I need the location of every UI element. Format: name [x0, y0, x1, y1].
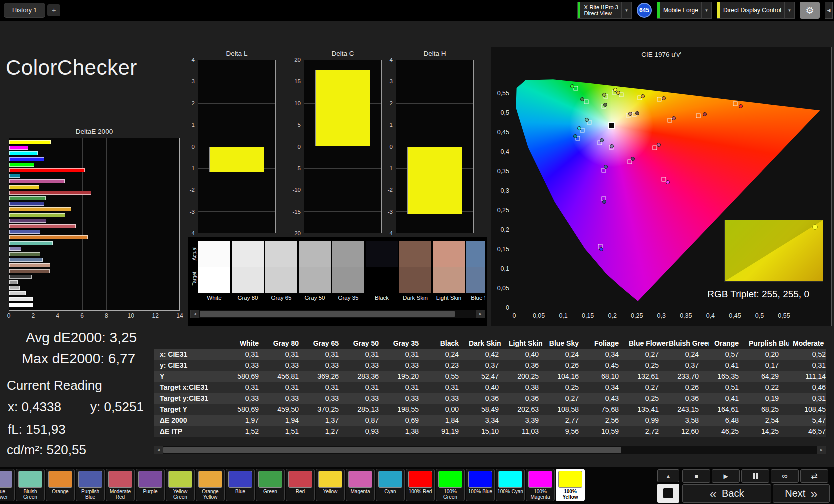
patch-button-label: 100% Blue	[468, 489, 492, 500]
color-swatch: Gray 65	[266, 241, 298, 305]
patch-button-magenta[interactable]: Magenta	[346, 469, 375, 502]
patch-button-bluish-green[interactable]: Bluish Green	[16, 469, 45, 502]
cell: 104,16	[549, 371, 589, 382]
color-swatch: Black	[366, 241, 398, 305]
delta-bar	[408, 147, 463, 215]
table-row: ΔE ITP1,521,511,270,931,3891,1915,1011,0…	[154, 426, 826, 437]
continuous-read-button[interactable]: ∞	[771, 470, 799, 483]
pattern-source-dropdown[interactable]: Mobile Forge ▼	[657, 2, 712, 19]
axis-tick-label: 4	[56, 312, 60, 320]
cell: 0,25	[629, 393, 669, 404]
deltae-bar	[10, 140, 51, 144]
history-tab[interactable]: History 1	[4, 3, 46, 18]
cell: 165,35	[709, 371, 749, 382]
pattern-window-button[interactable]	[658, 484, 680, 503]
cell: 0,93	[349, 426, 389, 437]
cell: 0,33	[309, 360, 349, 371]
patch-color-swatch	[0, 471, 12, 488]
back-button[interactable]: « Back	[682, 484, 772, 503]
deltae-bar	[10, 270, 50, 274]
patch-button-yellow[interactable]: Yellow	[316, 469, 345, 502]
selected-target-point	[608, 122, 615, 129]
deltae-2000-chart: DeltaE 2000 02468101214	[9, 128, 180, 322]
color-swatch: Light Skin	[433, 241, 465, 305]
expand-patterns-button[interactable]: ▲	[658, 470, 680, 482]
patch-button-label: 100% Cyan	[498, 489, 524, 500]
deltae-bar	[10, 286, 20, 290]
gridline	[304, 147, 382, 148]
swatch-label: Light Skin	[433, 295, 465, 301]
scroll-left-button[interactable]: ◄	[191, 310, 200, 318]
axis-tick-label: 3	[192, 78, 195, 84]
patch-button-100-cyan[interactable]: 100% Cyan	[496, 469, 525, 502]
cell: 0,31	[309, 349, 349, 360]
cell: 369,26	[309, 371, 349, 382]
scroll-right-button[interactable]: ►	[818, 446, 826, 454]
cell: 0,87	[349, 415, 389, 426]
patch-button-100-red[interactable]: 100% Red	[406, 469, 435, 502]
patch-button-100-blue[interactable]: 100% Blue	[466, 469, 495, 502]
loop-button[interactable]: ⇄	[800, 470, 828, 483]
patch-color-swatch	[558, 471, 582, 488]
patch-color-swatch	[408, 471, 432, 488]
meter-dropdown[interactable]: X-Rite i1Pro 3 Direct View ▼	[578, 2, 632, 19]
patch-button-blue-flower[interactable]: Blue Flower	[0, 469, 15, 502]
axis-tick-label: -15	[292, 209, 301, 215]
table-scrollbar[interactable]: ◄ ►	[154, 446, 826, 454]
scroll-right-button[interactable]: ►	[476, 310, 485, 318]
scroll-track[interactable]	[200, 310, 476, 318]
axis-tick-label: 2	[390, 100, 393, 106]
cell: 11,03	[509, 426, 549, 437]
play-icon: ▶	[724, 473, 728, 480]
settings-button[interactable]: ⚙	[800, 2, 820, 19]
axis-tick-label: -5	[296, 166, 301, 172]
pause-button[interactable]	[742, 470, 770, 483]
scroll-thumb[interactable]	[164, 447, 622, 454]
patch-button-orange[interactable]: Orange	[46, 469, 75, 502]
play-button[interactable]: ▶	[712, 470, 740, 483]
table-header-row: WhiteGray 80Gray 65Gray 50Gray 35BlackDa…	[154, 338, 826, 349]
pattern-patch-row: Blue FlowerBluish GreenOrangePurplish Bl…	[0, 469, 585, 502]
axis-tick-label: 0,05	[533, 312, 545, 320]
next-button[interactable]: Next »	[773, 484, 830, 503]
gridline	[82, 138, 83, 310]
axis-tick-label: 5	[298, 122, 301, 128]
patch-button-blue[interactable]: Blue	[226, 469, 255, 502]
patch-button-100-magenta[interactable]: 100% Magenta	[526, 469, 555, 502]
patch-button-100-green[interactable]: 100% Green	[436, 469, 465, 502]
stop-button[interactable]: ■	[682, 470, 710, 483]
patch-button-cyan[interactable]: Cyan	[376, 469, 405, 502]
axis-tick-label: 0,05	[498, 285, 510, 292]
add-tab-button[interactable]: +	[48, 4, 60, 16]
patch-button-red[interactable]: Red	[286, 469, 315, 502]
scroll-left-button[interactable]: ◄	[154, 446, 163, 454]
patch-button-green[interactable]: Green	[256, 469, 285, 502]
cell: 3,58	[669, 415, 709, 426]
collapse-panel-button[interactable]: ◀	[825, 2, 833, 19]
scroll-track[interactable]	[163, 446, 818, 454]
cell: 370,25	[309, 404, 349, 415]
patch-color-swatch	[78, 471, 102, 488]
display-control-dropdown[interactable]: Direct Display Control ▼	[717, 2, 795, 19]
swatch-label: White	[198, 295, 230, 301]
patch-button-100-yellow[interactable]: 100% Yellow	[556, 469, 585, 502]
patch-button-purple[interactable]: Purple	[136, 469, 165, 502]
scroll-thumb[interactable]	[200, 311, 455, 318]
patch-button-moderate-red[interactable]: Moderate Red	[106, 469, 135, 502]
infinity-icon: ∞	[782, 472, 788, 481]
patch-button-purplish-blue[interactable]: Purplish Blue	[76, 469, 105, 502]
swatch-scrollbar[interactable]: ◄ ►	[190, 310, 486, 318]
bottom-toolbar: Blue FlowerBluish GreenOrangePurplish Bl…	[0, 468, 834, 504]
patch-button-orange-yellow[interactable]: Orange Yellow	[196, 469, 225, 502]
row-labels: Actual Target	[190, 241, 198, 305]
axis-tick-label: 0,5	[756, 312, 764, 320]
patch-button-yellow-green[interactable]: Yellow Green	[166, 469, 195, 502]
cell: 5,47	[789, 415, 826, 426]
axis-tick-label: 0,25	[631, 312, 643, 320]
cell: 1,38	[389, 426, 429, 437]
deltae-bar	[10, 280, 18, 284]
measured-point	[616, 91, 620, 95]
swatch-label: Dark Skin	[400, 295, 432, 301]
deltae-bar	[10, 292, 26, 296]
measured-point	[636, 112, 640, 116]
